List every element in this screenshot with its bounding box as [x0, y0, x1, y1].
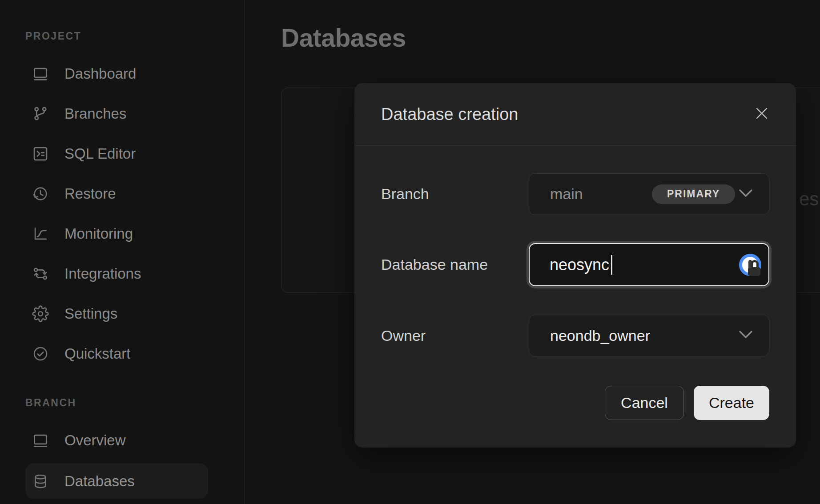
owner-select-value: neondb_owner	[550, 327, 650, 344]
sidebar-item-sql-editor[interactable]: SQL Editor	[18, 140, 227, 167]
sidebar-item-label: SQL Editor	[64, 145, 136, 162]
integrations-icon	[32, 265, 49, 282]
sidebar-item-branches[interactable]: Branches	[18, 100, 227, 127]
branch-select-value: main	[550, 185, 583, 203]
background-clipped-text: es	[799, 188, 819, 210]
sidebar: PROJECT Dashboard Branches SQL Editor Re…	[0, 0, 245, 504]
sidebar-item-label: Quickstart	[64, 345, 131, 362]
database-name-field-row: Database name neosync	[381, 243, 769, 286]
chevron-down-icon	[739, 189, 753, 200]
branch-label: Branch	[381, 185, 429, 203]
lock-icon	[748, 264, 761, 276]
owner-label: Owner	[381, 327, 426, 344]
text-cursor	[611, 255, 612, 275]
create-button[interactable]: Create	[694, 386, 769, 420]
modal-title: Database creation	[381, 105, 752, 124]
sidebar-item-label: Branches	[64, 105, 126, 122]
quickstart-icon	[32, 345, 49, 362]
database-name-input[interactable]: neosync	[529, 243, 769, 286]
sidebar-item-settings[interactable]: Settings	[18, 300, 227, 327]
modal-header: Database creation	[354, 83, 796, 146]
sidebar-item-label: Monitoring	[64, 225, 133, 242]
sidebar-item-label: Integrations	[64, 265, 141, 282]
sidebar-item-restore[interactable]: Restore	[18, 180, 227, 207]
sidebar-item-label: Databases	[64, 473, 135, 490]
branch-field-row: Branch main PRIMARY	[381, 173, 769, 215]
sidebar-section-project: PROJECT	[25, 30, 81, 42]
sidebar-item-integrations[interactable]: Integrations	[18, 260, 227, 287]
monitoring-icon	[32, 225, 49, 242]
sidebar-item-dashboard[interactable]: Dashboard	[18, 60, 227, 87]
sidebar-item-label: Restore	[64, 185, 116, 202]
branches-icon	[32, 105, 49, 122]
database-name-label: Database name	[381, 256, 488, 273]
primary-badge: PRIMARY	[652, 184, 735, 204]
page-title: Databases	[281, 23, 406, 52]
close-icon	[754, 106, 769, 123]
sidebar-item-databases[interactable]: Databases	[25, 464, 208, 499]
1password-icon[interactable]	[739, 254, 761, 276]
sidebar-item-overview[interactable]: Overview	[18, 427, 227, 454]
settings-icon	[32, 305, 49, 322]
sql-editor-icon	[32, 145, 49, 162]
dashboard-icon	[32, 65, 49, 82]
chevron-down-icon	[739, 330, 753, 341]
sidebar-item-monitoring[interactable]: Monitoring	[18, 220, 227, 247]
databases-icon	[32, 473, 49, 490]
restore-icon	[32, 185, 49, 202]
modal-actions: Cancel Create	[381, 386, 769, 420]
database-creation-modal: Database creation Branch main PRIMARY Da…	[354, 83, 796, 448]
close-button[interactable]	[752, 104, 772, 124]
sidebar-item-label: Dashboard	[64, 65, 136, 82]
sidebar-item-quickstart[interactable]: Quickstart	[18, 340, 227, 367]
owner-select[interactable]: neondb_owner	[529, 315, 769, 356]
owner-field-row: Owner neondb_owner	[381, 315, 769, 356]
sidebar-item-label: Overview	[64, 432, 126, 449]
sidebar-section-branch: BRANCH	[25, 397, 76, 409]
overview-icon	[32, 432, 49, 449]
cancel-button[interactable]: Cancel	[605, 386, 684, 420]
branch-select[interactable]: main PRIMARY	[529, 173, 769, 215]
sidebar-item-label: Settings	[64, 305, 117, 322]
database-name-value: neosync	[550, 256, 609, 274]
